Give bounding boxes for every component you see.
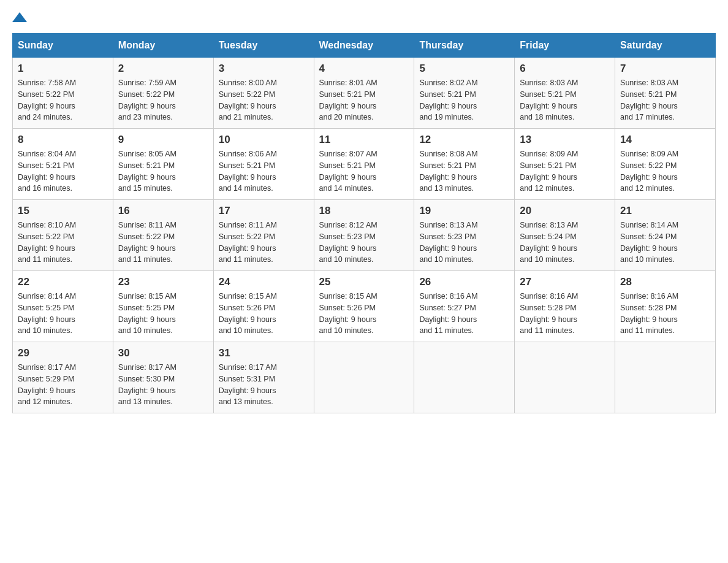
calendar-cell: 19 Sunrise: 8:13 AMSunset: 5:23 PMDaylig… (414, 200, 515, 271)
day-number: 11 (319, 134, 409, 146)
day-info: Sunrise: 8:13 AMSunset: 5:24 PMDaylight:… (520, 221, 578, 264)
calendar-cell: 27 Sunrise: 8:16 AMSunset: 5:28 PMDaylig… (515, 271, 615, 342)
calendar-table: SundayMondayTuesdayWednesdayThursdayFrid… (12, 33, 716, 413)
day-number: 15 (18, 205, 108, 217)
column-header-thursday: Thursday (414, 34, 515, 58)
calendar-cell: 26 Sunrise: 8:16 AMSunset: 5:27 PMDaylig… (414, 271, 515, 342)
calendar-cell (615, 342, 716, 413)
day-info: Sunrise: 8:02 AMSunset: 5:21 PMDaylight:… (419, 79, 477, 121)
calendar-cell: 1 Sunrise: 7:58 AMSunset: 5:22 PMDayligh… (13, 58, 113, 129)
calendar-cell: 14 Sunrise: 8:09 AMSunset: 5:22 PMDaylig… (615, 129, 716, 200)
day-number: 1 (18, 63, 108, 75)
day-number: 24 (219, 276, 309, 288)
calendar-cell: 10 Sunrise: 8:06 AMSunset: 5:21 PMDaylig… (213, 129, 314, 200)
day-number: 28 (620, 276, 710, 288)
column-header-monday: Monday (113, 34, 213, 58)
day-info: Sunrise: 8:16 AMSunset: 5:27 PMDaylight:… (419, 292, 477, 335)
day-number: 10 (219, 134, 309, 146)
calendar-cell: 25 Sunrise: 8:15 AMSunset: 5:26 PMDaylig… (314, 271, 414, 342)
column-header-wednesday: Wednesday (314, 34, 414, 58)
day-info: Sunrise: 8:14 AMSunset: 5:24 PMDaylight:… (620, 221, 678, 264)
calendar-cell: 7 Sunrise: 8:03 AMSunset: 5:21 PMDayligh… (615, 58, 716, 129)
day-number: 6 (520, 63, 610, 75)
day-number: 30 (118, 347, 208, 359)
week-row-3: 15 Sunrise: 8:10 AMSunset: 5:22 PMDaylig… (13, 200, 716, 271)
calendar-cell: 30 Sunrise: 8:17 AMSunset: 5:30 PMDaylig… (113, 342, 213, 413)
page-header (12, 12, 716, 21)
day-info: Sunrise: 8:16 AMSunset: 5:28 PMDaylight:… (620, 292, 678, 335)
day-number: 14 (620, 134, 710, 146)
calendar-header-row: SundayMondayTuesdayWednesdayThursdayFrid… (13, 34, 716, 58)
calendar-cell: 15 Sunrise: 8:10 AMSunset: 5:22 PMDaylig… (13, 200, 113, 271)
calendar-cell (314, 342, 414, 413)
calendar-cell: 17 Sunrise: 8:11 AMSunset: 5:22 PMDaylig… (213, 200, 314, 271)
day-number: 16 (118, 205, 208, 217)
day-number: 5 (419, 63, 509, 75)
day-number: 12 (419, 134, 509, 146)
column-header-tuesday: Tuesday (213, 34, 314, 58)
day-info: Sunrise: 8:11 AMSunset: 5:22 PMDaylight:… (118, 221, 176, 264)
day-info: Sunrise: 8:09 AMSunset: 5:22 PMDaylight:… (620, 150, 678, 193)
day-number: 4 (319, 63, 409, 75)
day-info: Sunrise: 8:15 AMSunset: 5:26 PMDaylight:… (219, 292, 277, 335)
day-info: Sunrise: 8:11 AMSunset: 5:22 PMDaylight:… (219, 221, 277, 264)
logo-icon (12, 12, 27, 21)
day-number: 26 (419, 276, 509, 288)
day-info: Sunrise: 8:17 AMSunset: 5:29 PMDaylight:… (18, 363, 76, 406)
calendar-cell: 20 Sunrise: 8:13 AMSunset: 5:24 PMDaylig… (515, 200, 615, 271)
day-number: 9 (118, 134, 208, 146)
logo (12, 12, 27, 21)
day-info: Sunrise: 7:58 AMSunset: 5:22 PMDaylight:… (18, 79, 76, 121)
calendar-cell (515, 342, 615, 413)
day-info: Sunrise: 8:16 AMSunset: 5:28 PMDaylight:… (520, 292, 578, 335)
day-info: Sunrise: 8:00 AMSunset: 5:22 PMDaylight:… (219, 79, 277, 121)
calendar-cell: 11 Sunrise: 8:07 AMSunset: 5:21 PMDaylig… (314, 129, 414, 200)
day-info: Sunrise: 8:17 AMSunset: 5:31 PMDaylight:… (219, 363, 277, 406)
day-number: 25 (319, 276, 409, 288)
calendar-cell: 2 Sunrise: 7:59 AMSunset: 5:22 PMDayligh… (113, 58, 213, 129)
logo-triangle-icon (12, 12, 27, 22)
day-number: 31 (219, 347, 309, 359)
calendar-cell: 3 Sunrise: 8:00 AMSunset: 5:22 PMDayligh… (213, 58, 314, 129)
calendar-cell: 29 Sunrise: 8:17 AMSunset: 5:29 PMDaylig… (13, 342, 113, 413)
day-info: Sunrise: 8:03 AMSunset: 5:21 PMDaylight:… (520, 79, 578, 121)
calendar-cell (414, 342, 515, 413)
day-info: Sunrise: 7:59 AMSunset: 5:22 PMDaylight:… (118, 79, 176, 121)
calendar-cell: 4 Sunrise: 8:01 AMSunset: 5:21 PMDayligh… (314, 58, 414, 129)
calendar-cell: 6 Sunrise: 8:03 AMSunset: 5:21 PMDayligh… (515, 58, 615, 129)
calendar-cell: 9 Sunrise: 8:05 AMSunset: 5:21 PMDayligh… (113, 129, 213, 200)
day-info: Sunrise: 8:03 AMSunset: 5:21 PMDaylight:… (620, 79, 678, 121)
day-info: Sunrise: 8:10 AMSunset: 5:22 PMDaylight:… (18, 221, 76, 264)
calendar-cell: 21 Sunrise: 8:14 AMSunset: 5:24 PMDaylig… (615, 200, 716, 271)
column-header-friday: Friday (515, 34, 615, 58)
column-header-sunday: Sunday (13, 34, 113, 58)
calendar-cell: 28 Sunrise: 8:16 AMSunset: 5:28 PMDaylig… (615, 271, 716, 342)
day-info: Sunrise: 8:14 AMSunset: 5:25 PMDaylight:… (18, 292, 76, 335)
day-info: Sunrise: 8:06 AMSunset: 5:21 PMDaylight:… (219, 150, 277, 193)
day-number: 8 (18, 134, 108, 146)
calendar-cell: 31 Sunrise: 8:17 AMSunset: 5:31 PMDaylig… (213, 342, 314, 413)
day-number: 17 (219, 205, 309, 217)
day-number: 13 (520, 134, 610, 146)
day-number: 23 (118, 276, 208, 288)
day-number: 19 (419, 205, 509, 217)
calendar-cell: 12 Sunrise: 8:08 AMSunset: 5:21 PMDaylig… (414, 129, 515, 200)
day-number: 18 (319, 205, 409, 217)
column-header-saturday: Saturday (615, 34, 716, 58)
week-row-4: 22 Sunrise: 8:14 AMSunset: 5:25 PMDaylig… (13, 271, 716, 342)
day-info: Sunrise: 8:01 AMSunset: 5:21 PMDaylight:… (319, 79, 377, 121)
day-number: 27 (520, 276, 610, 288)
day-number: 3 (219, 63, 309, 75)
calendar-cell: 23 Sunrise: 8:15 AMSunset: 5:25 PMDaylig… (113, 271, 213, 342)
day-info: Sunrise: 8:13 AMSunset: 5:23 PMDaylight:… (419, 221, 477, 264)
day-info: Sunrise: 8:12 AMSunset: 5:23 PMDaylight:… (319, 221, 377, 264)
calendar-cell: 5 Sunrise: 8:02 AMSunset: 5:21 PMDayligh… (414, 58, 515, 129)
day-info: Sunrise: 8:15 AMSunset: 5:25 PMDaylight:… (118, 292, 176, 335)
day-number: 20 (520, 205, 610, 217)
day-number: 7 (620, 63, 710, 75)
day-info: Sunrise: 8:08 AMSunset: 5:21 PMDaylight:… (419, 150, 477, 193)
calendar-cell: 18 Sunrise: 8:12 AMSunset: 5:23 PMDaylig… (314, 200, 414, 271)
day-number: 29 (18, 347, 108, 359)
day-number: 2 (118, 63, 208, 75)
calendar-cell: 13 Sunrise: 8:09 AMSunset: 5:21 PMDaylig… (515, 129, 615, 200)
